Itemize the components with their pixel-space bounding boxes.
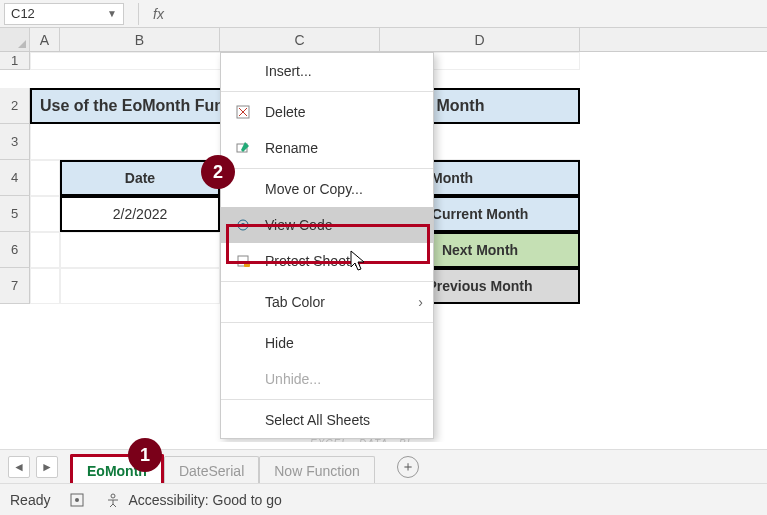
fx-icon[interactable]: fx xyxy=(153,6,164,22)
menu-label: Select All Sheets xyxy=(265,412,370,428)
col-header-b[interactable]: B xyxy=(60,28,220,51)
menu-separator xyxy=(221,322,433,323)
menu-label: Unhide... xyxy=(265,371,321,387)
cell[interactable] xyxy=(60,268,220,304)
move-copy-icon xyxy=(233,179,253,199)
menu-view-code[interactable]: View Code xyxy=(221,207,433,243)
menu-label: View Code xyxy=(265,217,332,233)
row-header[interactable]: 4 xyxy=(0,160,30,196)
insert-icon xyxy=(233,61,253,81)
tab-list: EoMonth DateSerial Now Function xyxy=(70,450,375,483)
svg-point-9 xyxy=(75,498,79,502)
menu-label: Move or Copy... xyxy=(265,181,363,197)
row-header[interactable]: 6 xyxy=(0,232,30,268)
unhide-icon xyxy=(233,369,253,389)
menu-separator xyxy=(221,399,433,400)
menu-delete[interactable]: Delete xyxy=(221,94,433,130)
svg-point-10 xyxy=(111,494,115,498)
menu-label: Delete xyxy=(265,104,305,120)
col-header-d[interactable]: D xyxy=(380,28,580,51)
lock-icon xyxy=(233,251,253,271)
tab-nav-prev[interactable]: ◄ xyxy=(8,456,30,478)
sheet-tab-bar: ◄ ► EoMonth DateSerial Now Function ＋ xyxy=(0,449,767,483)
cell[interactable] xyxy=(30,196,60,232)
column-headers: A B C D xyxy=(0,28,767,52)
sheet-tab-dateserial[interactable]: DateSerial xyxy=(164,456,259,483)
tab-nav-next[interactable]: ► xyxy=(36,456,58,478)
sheet-context-menu: Insert... Delete Rename Move or Copy... … xyxy=(220,52,434,439)
svg-point-5 xyxy=(241,223,245,227)
grid-area: 1 2 Use of the EoMonth Function to Get t… xyxy=(0,52,767,442)
status-ready: Ready xyxy=(10,492,50,508)
formula-input[interactable] xyxy=(168,3,763,25)
menu-label: Insert... xyxy=(265,63,312,79)
new-sheet-button[interactable]: ＋ xyxy=(397,456,419,478)
col-header-c[interactable]: C xyxy=(220,28,380,51)
accessibility-icon xyxy=(104,491,122,509)
col-header-a[interactable]: A xyxy=(30,28,60,51)
menu-label: Hide xyxy=(265,335,294,351)
menu-label: Rename xyxy=(265,140,318,156)
cell[interactable] xyxy=(60,232,220,268)
row-header[interactable]: 5 xyxy=(0,196,30,232)
color-icon xyxy=(233,292,253,312)
sheet-tab-nowfunction[interactable]: Now Function xyxy=(259,456,375,483)
select-all-triangle[interactable] xyxy=(0,28,30,51)
menu-hide[interactable]: Hide xyxy=(221,325,433,361)
accessibility-status[interactable]: Accessibility: Good to go xyxy=(104,491,281,509)
select-all-icon xyxy=(233,410,253,430)
rename-icon xyxy=(233,138,253,158)
menu-separator xyxy=(221,91,433,92)
date-value[interactable]: 2/2/2022 xyxy=(60,196,220,232)
status-bar: Ready Accessibility: Good to go xyxy=(0,483,767,515)
row-header[interactable]: 3 xyxy=(0,124,30,160)
macro-record-icon[interactable] xyxy=(68,491,86,509)
header-date[interactable]: Date xyxy=(60,160,220,196)
cell[interactable] xyxy=(30,268,60,304)
menu-select-all-sheets[interactable]: Select All Sheets xyxy=(221,402,433,438)
delete-icon xyxy=(233,102,253,122)
menu-separator xyxy=(221,281,433,282)
view-code-icon xyxy=(233,215,253,235)
menu-label: Protect Sheet... xyxy=(265,253,362,269)
cell[interactable] xyxy=(30,160,60,196)
menu-label: Tab Color xyxy=(265,294,325,310)
svg-rect-7 xyxy=(244,261,250,267)
name-box-value: C12 xyxy=(11,6,35,21)
chevron-down-icon[interactable]: ▼ xyxy=(107,8,117,19)
menu-tab-color[interactable]: Tab Color › xyxy=(221,284,433,320)
row-header[interactable]: 7 xyxy=(0,268,30,304)
menu-unhide: Unhide... xyxy=(221,361,433,397)
formula-bar-row: C12 ▼ fx xyxy=(0,0,767,28)
cell[interactable] xyxy=(30,232,60,268)
divider xyxy=(138,3,139,25)
row-header[interactable]: 2 xyxy=(0,88,30,124)
menu-insert[interactable]: Insert... xyxy=(221,53,433,89)
menu-move-copy[interactable]: Move or Copy... xyxy=(221,171,433,207)
callout-1: 1 xyxy=(128,438,162,472)
menu-protect-sheet[interactable]: Protect Sheet... xyxy=(221,243,433,279)
accessibility-text: Accessibility: Good to go xyxy=(128,492,281,508)
hide-icon xyxy=(233,333,253,353)
callout-2: 2 xyxy=(201,155,235,189)
name-box[interactable]: C12 ▼ xyxy=(4,3,124,25)
menu-separator xyxy=(221,168,433,169)
chevron-right-icon: › xyxy=(418,294,423,310)
menu-rename[interactable]: Rename xyxy=(221,130,433,166)
row-header[interactable]: 1 xyxy=(0,52,30,70)
